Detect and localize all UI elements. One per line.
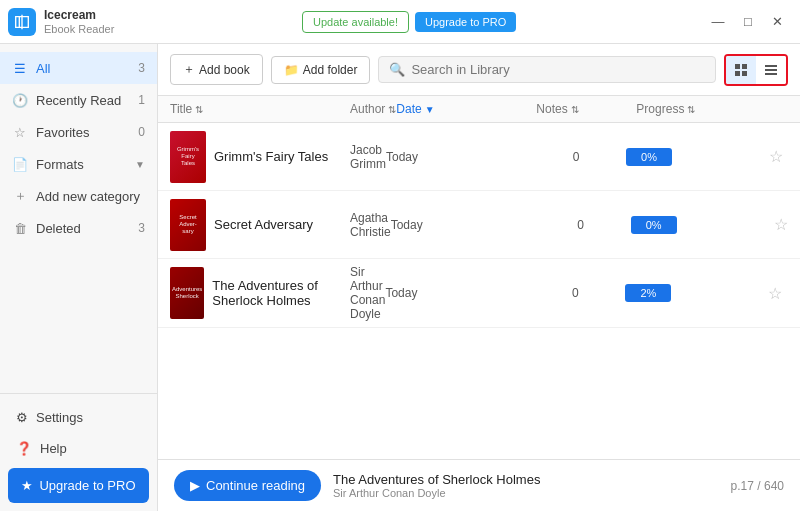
content-toolbar: ＋ Add book 📁 Add folder 🔍: [158, 44, 800, 96]
title-bar-actions: Update available! Upgrade to PRO: [302, 11, 516, 33]
add-folder-label: Add folder: [303, 63, 358, 77]
sidebar-item-favorites[interactable]: ☆ Favorites 0: [0, 116, 157, 148]
book-cover-grimm: Grimm'sFairyTales: [170, 131, 206, 183]
sidebar-item-label-add-category: Add new category: [36, 189, 145, 204]
sidebar-settings[interactable]: ⚙ Settings: [8, 402, 149, 433]
date-secret: Today: [391, 218, 531, 232]
date-grimm: Today: [386, 150, 526, 164]
app-name: Icecream: [44, 8, 114, 22]
star-secret[interactable]: ☆: [751, 215, 800, 234]
author-grimm: Jacob Grimm: [350, 143, 386, 171]
author-secret: Agatha Christie: [350, 211, 391, 239]
sidebar-item-label-formats: Formats: [36, 157, 127, 172]
window-controls: — □ ✕: [704, 11, 792, 33]
chevron-down-icon: ▼: [135, 159, 145, 170]
minimize-button[interactable]: —: [704, 11, 732, 33]
svg-rect-3: [742, 71, 747, 76]
folder-icon: 📁: [284, 63, 299, 77]
sidebar-help[interactable]: ❓ Help: [8, 433, 149, 464]
all-icon: ☰: [12, 60, 28, 76]
sidebar-item-formats[interactable]: 📄 Formats ▼: [0, 148, 157, 180]
plus-icon: ＋: [12, 188, 28, 204]
sidebar-item-deleted[interactable]: 🗑 Deleted 3: [0, 212, 157, 244]
close-button[interactable]: ✕: [764, 11, 792, 33]
book-title-grimm: Grimm's Fairy Tales: [214, 149, 328, 164]
book-cell-secret: SecretAdver-sary Secret Adversary: [170, 199, 350, 251]
svg-rect-2: [735, 71, 740, 76]
sidebar-item-label-favorites: Favorites: [36, 125, 130, 140]
sidebar-item-count-deleted: 3: [138, 221, 145, 235]
upgrade-sidebar-label: Upgrade to PRO: [39, 478, 135, 493]
upgrade-button[interactable]: Upgrade to PRO: [415, 12, 516, 32]
progress-grimm: 0%: [626, 148, 746, 166]
col-date[interactable]: Date ▼: [396, 102, 536, 116]
sidebar-item-add-category[interactable]: ＋ Add new category: [0, 180, 157, 212]
notes-sherlock: 0: [525, 286, 625, 300]
progress-secret: 0%: [631, 216, 751, 234]
app-branding: Icecream Ebook Reader: [8, 8, 114, 36]
bottom-page-info: p.17 / 640: [731, 479, 784, 493]
play-icon: ▶: [190, 478, 200, 493]
book-cell-sherlock: AdventuresSherlock The Adventures of She…: [170, 267, 350, 319]
progress-bar-grimm: 0%: [626, 148, 672, 166]
trash-nav-icon: 🗑: [12, 220, 28, 236]
svg-rect-0: [735, 64, 740, 69]
star-nav-icon: ☆: [12, 124, 28, 140]
help-label: Help: [40, 441, 67, 456]
app-subtitle: Ebook Reader: [44, 23, 114, 35]
col-title[interactable]: Title ⇅: [170, 102, 350, 116]
sidebar-item-all[interactable]: ☰ All 3: [0, 52, 157, 84]
col-notes[interactable]: Notes ⇅: [536, 102, 636, 116]
add-folder-button[interactable]: 📁 Add folder: [271, 56, 371, 84]
progress-sherlock: 2%: [625, 284, 745, 302]
content-area: ＋ Add book 📁 Add folder 🔍: [158, 44, 800, 511]
sort-progress-icon: ⇅: [687, 104, 695, 115]
col-author[interactable]: Author ⇅: [350, 102, 396, 116]
col-star-header: [756, 102, 800, 116]
svg-rect-1: [742, 64, 747, 69]
book-title-sherlock: The Adventures of Sherlock Holmes: [212, 278, 350, 308]
svg-rect-4: [765, 65, 777, 67]
add-book-button[interactable]: ＋ Add book: [170, 54, 263, 85]
search-input[interactable]: [411, 62, 705, 77]
svg-rect-6: [765, 73, 777, 75]
col-progress[interactable]: Progress ⇅: [636, 102, 756, 116]
table-row: Grimm'sFairyTales Grimm's Fairy Tales Ja…: [158, 123, 800, 191]
file-icon: 📄: [12, 156, 28, 172]
sort-author-icon: ⇅: [388, 104, 396, 115]
continue-reading-label: Continue reading: [206, 478, 305, 493]
bottom-book-author: Sir Arthur Conan Doyle: [333, 487, 719, 499]
grid-icon: [734, 63, 748, 77]
sidebar-nav: ☰ All 3 🕐 Recently Read 1 ☆ Favorites 0 …: [0, 44, 157, 393]
sidebar-bottom: ⚙ Settings ❓ Help ★ Upgrade to PRO: [0, 393, 157, 511]
sidebar-item-recently-read[interactable]: 🕐 Recently Read 1: [0, 84, 157, 116]
continue-reading-button[interactable]: ▶ Continue reading: [174, 470, 321, 501]
settings-label: Settings: [36, 410, 83, 425]
maximize-button[interactable]: □: [734, 11, 762, 33]
plus-book-icon: ＋: [183, 61, 195, 78]
list-view-button[interactable]: [756, 56, 786, 84]
sort-date-icon: ▼: [425, 104, 435, 115]
sort-title-icon: ⇅: [195, 104, 203, 115]
bottom-book-title: The Adventures of Sherlock Holmes: [333, 472, 719, 487]
book-cell-grimm: Grimm'sFairyTales Grimm's Fairy Tales: [170, 131, 350, 183]
upgrade-sidebar-button[interactable]: ★ Upgrade to PRO: [8, 468, 149, 503]
list-icon: [764, 63, 778, 77]
author-sherlock: Sir Arthur Conan Doyle: [350, 265, 385, 321]
sidebar-item-label-recently-read: Recently Read: [36, 93, 130, 108]
book-title-secret: Secret Adversary: [214, 217, 313, 232]
svg-rect-5: [765, 69, 777, 71]
title-bar: Icecream Ebook Reader Update available! …: [0, 0, 800, 44]
book-cover-secret: SecretAdver-sary: [170, 199, 206, 251]
grid-view-button[interactable]: [726, 56, 756, 84]
update-button[interactable]: Update available!: [302, 11, 409, 33]
sidebar-item-count-favorites: 0: [138, 125, 145, 139]
search-box: 🔍: [378, 56, 716, 83]
bottom-bar: ▶ Continue reading The Adventures of She…: [158, 459, 800, 511]
star-upgrade-icon: ★: [21, 478, 33, 493]
settings-icon: ⚙: [16, 410, 28, 425]
star-grimm[interactable]: ☆: [746, 147, 800, 166]
sidebar-item-count-all: 3: [138, 61, 145, 75]
star-sherlock[interactable]: ☆: [745, 284, 800, 303]
sidebar-item-label-all: All: [36, 61, 130, 76]
